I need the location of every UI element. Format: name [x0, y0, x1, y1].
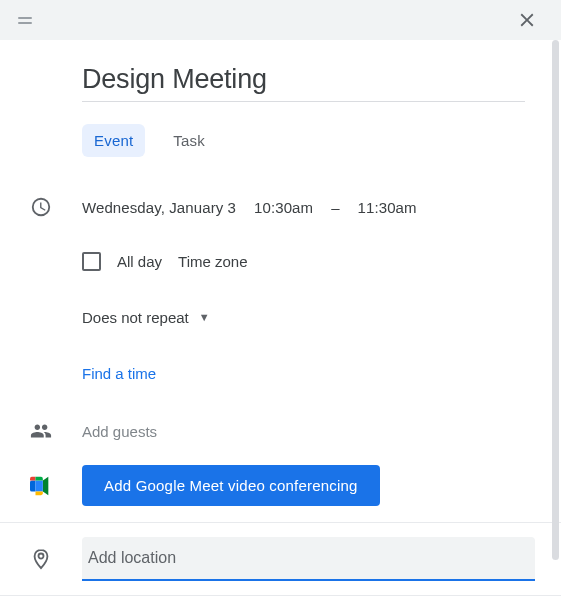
scrollbar[interactable]: [552, 40, 559, 560]
dialog-top-bar: [0, 0, 561, 40]
event-start-time[interactable]: 10:30am: [254, 199, 313, 216]
close-button[interactable]: [507, 0, 547, 40]
event-end-time[interactable]: 11:30am: [358, 199, 417, 216]
allday-label: All day: [117, 253, 162, 270]
divider: [0, 595, 561, 596]
tab-task[interactable]: Task: [161, 124, 217, 157]
recurrence-row[interactable]: Does not repeat ▼: [0, 297, 561, 337]
tab-event[interactable]: Event: [82, 124, 145, 157]
clock-icon: [30, 196, 52, 218]
find-time-row: Find a time: [0, 353, 561, 393]
add-guests-placeholder: Add guests: [82, 423, 157, 440]
add-google-meet-button[interactable]: Add Google Meet video conferencing: [82, 465, 380, 506]
location-field-wrap: [82, 537, 535, 581]
allday-row: All day Time zone: [0, 241, 561, 281]
recurrence-label: Does not repeat: [82, 309, 189, 326]
close-icon: [516, 9, 538, 31]
location-row: [0, 537, 561, 581]
event-type-tabs: Event Task: [82, 124, 561, 157]
google-meet-icon: [30, 475, 52, 497]
divider: [0, 522, 561, 523]
guests-row[interactable]: Add guests: [0, 411, 561, 451]
location-pin-icon: [30, 548, 52, 570]
allday-checkbox[interactable]: [82, 252, 101, 271]
datetime-row: Wednesday, January 3 10:30am – 11:30am: [0, 187, 561, 227]
event-date[interactable]: Wednesday, January 3: [82, 199, 236, 216]
drag-handle-icon[interactable]: [18, 17, 32, 24]
video-conferencing-row: Add Google Meet video conferencing: [0, 465, 561, 506]
timezone-button[interactable]: Time zone: [178, 253, 247, 270]
event-title-input[interactable]: [82, 64, 525, 102]
find-a-time-link[interactable]: Find a time: [82, 365, 156, 382]
people-icon: [30, 420, 52, 442]
chevron-down-icon: ▼: [199, 311, 210, 323]
location-input[interactable]: [82, 537, 535, 579]
time-separator: –: [331, 199, 339, 216]
